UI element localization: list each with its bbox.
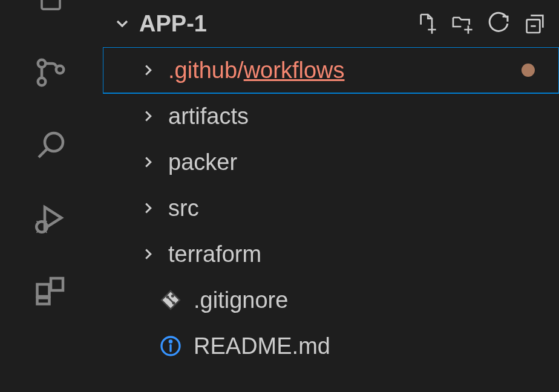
debug-icon[interactable] — [30, 197, 72, 239]
svg-rect-8 — [51, 278, 63, 290]
tree-file-gitignore[interactable]: .gitignore — [103, 277, 559, 323]
tree-item-label: packer — [168, 149, 237, 175]
tree-folder-packer[interactable]: packer — [103, 139, 559, 185]
svg-rect-7 — [38, 298, 50, 304]
svg-rect-6 — [38, 284, 50, 296]
svg-point-4 — [45, 133, 63, 151]
chevron-right-icon — [139, 199, 159, 217]
chevron-right-icon — [139, 153, 159, 171]
explorer-sidebar: APP-1 — [103, 0, 559, 392]
svg-point-14 — [169, 341, 171, 342]
project-title: APP-1 — [139, 11, 411, 37]
git-file-icon — [159, 288, 184, 312]
svg-rect-0 — [42, 0, 60, 9]
tree-item-label: terraform — [168, 241, 261, 267]
chevron-right-icon — [139, 245, 159, 263]
info-file-icon — [159, 334, 184, 358]
explorer-header[interactable]: APP-1 — [103, 0, 559, 47]
chevron-down-icon[interactable] — [113, 14, 132, 33]
tree-folder-artifacts[interactable]: artifacts — [103, 93, 559, 139]
svg-point-3 — [56, 66, 64, 74]
explorer-activity-icon[interactable] — [30, 0, 72, 21]
svg-point-1 — [38, 60, 46, 68]
tree-folder-github-workflows[interactable]: .github/workflows — [103, 47, 559, 93]
file-tree: .github/workflows artifacts packer — [103, 47, 559, 392]
chevron-right-icon — [139, 61, 159, 79]
tree-folder-terraform[interactable]: terraform — [103, 231, 559, 277]
collapse-all-icon[interactable] — [520, 9, 549, 38]
svg-point-2 — [38, 78, 46, 86]
svg-point-11 — [172, 302, 175, 305]
tree-item-label: artifacts — [168, 103, 249, 129]
refresh-icon[interactable] — [484, 9, 513, 38]
extensions-icon[interactable] — [30, 269, 72, 312]
tree-folder-src[interactable]: src — [103, 185, 559, 231]
tree-item-label: src — [168, 195, 199, 221]
tree-item-label: .gitignore — [194, 287, 288, 313]
tree-file-readme[interactable]: README.md — [103, 323, 559, 369]
new-file-icon[interactable] — [411, 9, 440, 38]
explorer-header-actions — [411, 9, 549, 38]
chevron-right-icon — [139, 107, 159, 125]
tree-item-label: README.md — [194, 333, 330, 359]
source-control-icon[interactable] — [30, 51, 72, 94]
tree-item-label: .github/workflows — [168, 57, 344, 83]
svg-point-12 — [171, 295, 174, 298]
modified-indicator — [521, 64, 535, 77]
svg-point-10 — [166, 296, 169, 299]
new-folder-icon[interactable] — [448, 9, 477, 38]
search-icon[interactable] — [30, 124, 72, 166]
activity-bar — [0, 0, 103, 392]
